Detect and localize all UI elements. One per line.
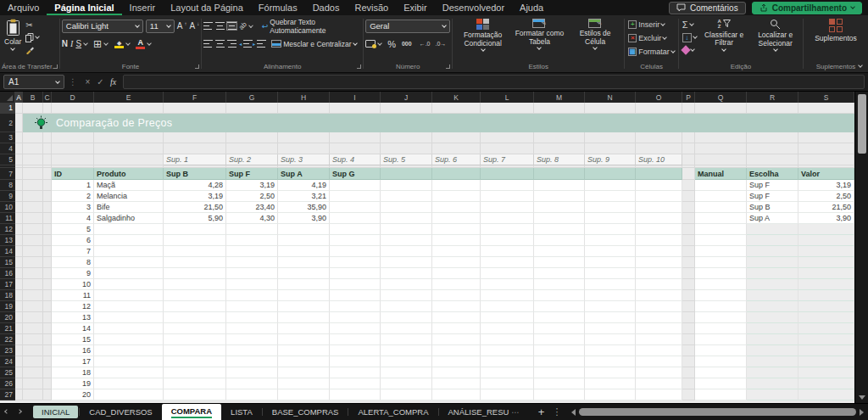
cell-D21[interactable]: 14 [52, 323, 94, 334]
cell-Q22[interactable] [695, 334, 747, 345]
cell-K1[interactable] [432, 103, 481, 114]
cell-C24[interactable] [43, 356, 52, 367]
row-header-26[interactable]: 26 [0, 378, 15, 389]
cell-S23[interactable] [798, 345, 854, 356]
cell-D10[interactable]: 3 [52, 202, 94, 213]
row-header-20[interactable]: 20 [0, 312, 15, 323]
cell-M16[interactable] [534, 268, 585, 279]
sheet-tab-alerta_compra[interactable]: ALERTA_COMPRA [348, 404, 437, 420]
cell-P19[interactable] [682, 301, 695, 312]
cell-P27[interactable] [682, 389, 695, 400]
cell-N14[interactable] [585, 246, 636, 257]
cell-B9[interactable] [23, 191, 43, 202]
cell-A8[interactable] [15, 180, 23, 191]
cell-Q18[interactable] [695, 290, 747, 301]
column-header-C[interactable]: C [43, 92, 52, 103]
cell-J20[interactable] [381, 312, 432, 323]
cell-N16[interactable] [585, 268, 636, 279]
cell-N12[interactable] [585, 224, 636, 235]
cell-O26[interactable] [636, 378, 682, 389]
cell-L7[interactable] [481, 168, 534, 180]
conditional-formatting-button[interactable]: Formatação Condicional [454, 17, 511, 53]
cell-G11[interactable]: 4,30 [226, 213, 278, 224]
cell-F13[interactable] [164, 235, 226, 246]
cell-A23[interactable] [15, 345, 23, 356]
cell-O7[interactable] [636, 168, 682, 180]
number-dialog-launcher[interactable] [446, 64, 450, 69]
cell-M8[interactable] [534, 180, 585, 191]
cell-S15[interactable] [798, 257, 854, 268]
cell-O21[interactable] [636, 323, 682, 334]
cell-C15[interactable] [43, 257, 52, 268]
cell-L15[interactable] [481, 257, 534, 268]
cell-B15[interactable] [23, 257, 43, 268]
row-header-19[interactable]: 19 [0, 301, 15, 312]
cell-A22[interactable] [15, 334, 23, 345]
cell-I22[interactable] [330, 334, 381, 345]
sheet-tab-cad_diversos[interactable]: CAD_DIVERSOS [80, 404, 161, 420]
column-header-K[interactable]: K [432, 92, 481, 103]
cell-J7[interactable] [381, 168, 432, 180]
align-top-button[interactable] [203, 22, 213, 30]
cell-H5[interactable]: Sup. 3 [278, 154, 330, 165]
cell-A12[interactable] [15, 224, 23, 235]
cell-C11[interactable] [43, 213, 52, 224]
cell-F22[interactable] [164, 334, 226, 345]
cell-Q20[interactable] [695, 312, 747, 323]
cell-S3[interactable] [798, 132, 854, 143]
cell-I10[interactable] [330, 202, 381, 213]
cell-C26[interactable] [43, 378, 52, 389]
cell-H18[interactable] [278, 290, 330, 301]
cell-P13[interactable] [682, 235, 695, 246]
cell-C12[interactable] [43, 224, 52, 235]
cell-B24[interactable] [23, 356, 43, 367]
cell-F20[interactable] [164, 312, 226, 323]
cell-M20[interactable] [534, 312, 585, 323]
vertical-scrollbar[interactable] [854, 92, 868, 403]
comments-button[interactable]: Comentários [669, 2, 746, 14]
cell-A27[interactable] [15, 389, 23, 400]
column-header-L[interactable]: L [481, 92, 534, 103]
scroll-right-arrow[interactable] [860, 409, 864, 416]
alignment-dialog-launcher[interactable] [357, 64, 361, 69]
autosum-button[interactable]: Σ [682, 20, 697, 30]
cell-S14[interactable] [798, 246, 854, 257]
cell-A3[interactable] [15, 132, 23, 143]
cell-G7[interactable]: Sup F [226, 168, 278, 180]
cell-A2[interactable] [15, 114, 23, 132]
cell-I7[interactable]: Sup G [330, 168, 381, 180]
cell-C8[interactable] [43, 180, 52, 191]
cell-M5[interactable]: Sup. 8 [534, 154, 585, 165]
cell-L13[interactable] [481, 235, 534, 246]
increase-font-button[interactable]: A↑ [177, 21, 187, 31]
cell-G18[interactable] [226, 290, 278, 301]
cell-Q19[interactable] [695, 301, 747, 312]
vertical-scrollbar-thumb[interactable] [858, 94, 866, 154]
cell-F23[interactable] [164, 345, 226, 356]
cell-D8[interactable]: 1 [52, 180, 94, 191]
sheet-nav-next[interactable] [13, 412, 25, 413]
cell-N3[interactable] [585, 132, 636, 143]
cell-I18[interactable] [330, 290, 381, 301]
row-header-4[interactable]: 4 [0, 143, 15, 154]
cell-P21[interactable] [682, 323, 695, 334]
sheet-tab-análise_resu[interactable]: ANÁLISE_RESU⋯ [439, 404, 530, 420]
row-header-5[interactable]: 5 [0, 154, 15, 165]
cell-P15[interactable] [682, 257, 695, 268]
cell-F14[interactable] [164, 246, 226, 257]
cell-O10[interactable] [636, 202, 682, 213]
cell-C14[interactable] [43, 246, 52, 257]
share-button[interactable]: Compartilhamento [752, 2, 862, 14]
cell-F12[interactable] [164, 224, 226, 235]
cell-K19[interactable] [432, 301, 481, 312]
cell-Q4[interactable] [695, 143, 747, 154]
cell-E22[interactable] [94, 334, 164, 345]
menu-item-dados[interactable]: Dados [305, 0, 348, 15]
cell-N22[interactable] [585, 334, 636, 345]
cell-S1[interactable] [798, 103, 854, 114]
cell-N24[interactable] [585, 356, 636, 367]
name-box[interactable]: A1 [3, 75, 64, 89]
cell-P1[interactable] [682, 103, 695, 114]
cell-S24[interactable] [798, 356, 854, 367]
cell-G15[interactable] [226, 257, 278, 268]
